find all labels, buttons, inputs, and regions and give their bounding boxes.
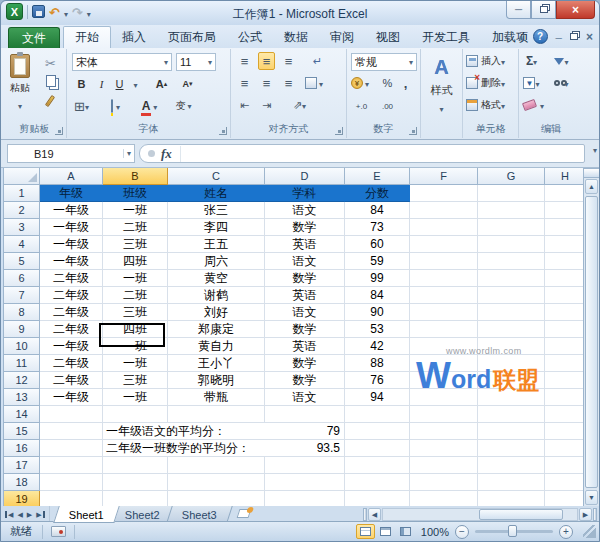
cell[interactable]: 一年级 — [40, 236, 103, 253]
cell[interactable]: 84 — [345, 202, 410, 219]
workbook-minimize-icon[interactable] — [556, 28, 562, 44]
column-header-C[interactable]: C — [168, 168, 265, 185]
cell[interactable]: 二年级 — [40, 355, 103, 372]
row-header-16[interactable]: 16 — [4, 440, 40, 457]
cell[interactable]: 53 — [345, 321, 410, 338]
ribbon-tab-7[interactable]: 视图 — [365, 26, 411, 48]
cell[interactable]: 英语 — [265, 236, 345, 253]
cell[interactable] — [478, 287, 545, 304]
cell[interactable]: 二年级 — [40, 372, 103, 389]
cell[interactable]: 黄空 — [168, 270, 265, 287]
ribbon-tab-3[interactable]: 页面布局 — [157, 26, 227, 48]
name-box[interactable]: B19 ▾ — [7, 144, 135, 163]
cell[interactable] — [545, 440, 585, 457]
cell[interactable] — [545, 185, 585, 202]
cell[interactable] — [40, 457, 103, 474]
cell[interactable]: 60 — [345, 236, 410, 253]
cell[interactable] — [40, 440, 103, 457]
cell[interactable] — [345, 406, 410, 423]
cell[interactable]: 李四 — [168, 219, 265, 236]
cell[interactable]: 99 — [345, 270, 410, 287]
ribbon-tab-1[interactable]: 开始 — [63, 26, 111, 48]
redo-icon[interactable] — [72, 4, 83, 20]
cell[interactable] — [40, 474, 103, 491]
column-header-A[interactable]: A — [40, 168, 103, 185]
cell[interactable]: 年级 — [40, 185, 103, 202]
normal-view-button[interactable] — [356, 524, 375, 539]
horizontal-scroll-thumb[interactable] — [479, 509, 563, 520]
insert-cells-button[interactable]: 插入 — [466, 52, 505, 70]
cell[interactable] — [410, 474, 478, 491]
clipboard-dialog-launcher[interactable] — [55, 127, 63, 135]
previous-sheet-icon[interactable]: ◀ — [16, 511, 23, 518]
row-header-2[interactable]: 2 — [4, 202, 40, 219]
cell[interactable] — [410, 355, 478, 372]
cell[interactable] — [410, 338, 478, 355]
cell[interactable]: 谢鹤 — [168, 287, 265, 304]
fill-color-button[interactable] — [107, 97, 124, 115]
customize-qat-icon[interactable] — [87, 4, 91, 20]
row-header-1[interactable]: 1 — [4, 185, 40, 202]
styles-button[interactable]: A 样式 — [421, 57, 462, 116]
cell[interactable]: 二年级 — [40, 304, 103, 321]
row-header-12[interactable]: 12 — [4, 372, 40, 389]
row-header-17[interactable]: 17 — [4, 457, 40, 474]
cell[interactable] — [545, 338, 585, 355]
paste-dropdown-icon[interactable] — [18, 96, 22, 112]
cell[interactable]: 王五 — [168, 236, 265, 253]
cell[interactable] — [410, 236, 478, 253]
cell[interactable]: 94 — [345, 389, 410, 406]
cell[interactable] — [545, 270, 585, 287]
cell[interactable]: 79 — [265, 423, 345, 440]
expand-formula-bar-icon[interactable]: ▾ — [593, 147, 597, 155]
comma-button[interactable] — [397, 74, 414, 92]
minimize-button[interactable]: ─ — [506, 1, 531, 19]
underline-dropdown-icon[interactable] — [127, 75, 144, 93]
cell[interactable]: 一年级 — [40, 389, 103, 406]
zoom-slider-track[interactable] — [475, 530, 553, 533]
ribbon-tab-4[interactable]: 公式 — [227, 26, 273, 48]
cell[interactable] — [345, 474, 410, 491]
cell[interactable]: 张三 — [168, 202, 265, 219]
row-header-18[interactable]: 18 — [4, 474, 40, 491]
row-header-5[interactable]: 5 — [4, 253, 40, 270]
cell[interactable] — [545, 389, 585, 406]
font-name-combo[interactable]: 宋体▾ — [72, 53, 172, 71]
first-sheet-icon[interactable]: ◀ — [5, 511, 14, 518]
cell[interactable] — [410, 185, 478, 202]
fill-button[interactable]: ▼ — [523, 74, 540, 92]
cell[interactable] — [545, 219, 585, 236]
format-cells-button[interactable]: 格式 — [466, 96, 505, 114]
decrease-indent-button[interactable] — [236, 96, 253, 114]
cell[interactable] — [478, 236, 545, 253]
cell[interactable] — [545, 491, 585, 506]
phonetic-guide-button[interactable]: 变 — [175, 97, 192, 115]
cell[interactable]: 黄自力 — [168, 338, 265, 355]
column-header-B[interactable]: B — [103, 168, 168, 185]
cell[interactable] — [478, 304, 545, 321]
cell[interactable] — [478, 321, 545, 338]
cell[interactable] — [478, 372, 545, 389]
cell[interactable]: 郑康定 — [168, 321, 265, 338]
cell[interactable] — [345, 423, 410, 440]
cell[interactable] — [478, 270, 545, 287]
macro-record-icon[interactable] — [51, 526, 66, 537]
cell[interactable] — [478, 423, 545, 440]
cell[interactable] — [168, 491, 265, 506]
cell[interactable]: 二年级 — [40, 270, 103, 287]
accounting-format-button[interactable]: ¥ — [351, 74, 369, 92]
cell[interactable]: 二班 — [103, 219, 168, 236]
cell[interactable]: 三班 — [103, 372, 168, 389]
scrollbar-end-handle[interactable] — [593, 508, 597, 521]
last-sheet-icon[interactable]: ▶ — [35, 511, 44, 518]
merge-center-button[interactable] — [305, 74, 323, 92]
zoom-level[interactable]: 100% — [421, 526, 449, 538]
cell[interactable] — [265, 491, 345, 506]
scroll-left-icon[interactable]: ◀ — [368, 508, 381, 521]
cell[interactable] — [545, 355, 585, 372]
cell[interactable] — [103, 406, 168, 423]
cell[interactable] — [103, 457, 168, 474]
cell[interactable] — [345, 457, 410, 474]
cell[interactable]: 刘好 — [168, 304, 265, 321]
cell[interactable]: 二班 — [103, 287, 168, 304]
